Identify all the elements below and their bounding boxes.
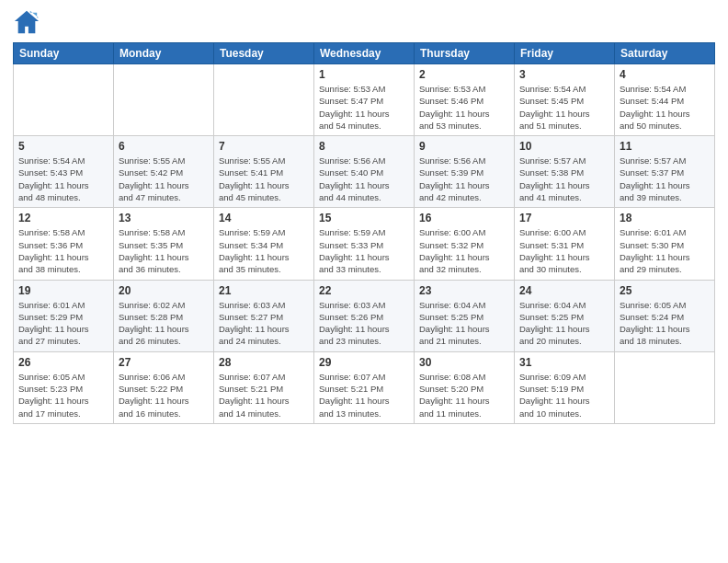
weekday-header-tuesday: Tuesday [214,43,314,64]
calendar-cell: 13Sunrise: 5:58 AM Sunset: 5:35 PM Dayli… [114,208,214,280]
weekday-header-sunday: Sunday [14,43,114,64]
calendar-cell: 23Sunrise: 6:04 AM Sunset: 5:25 PM Dayli… [415,280,515,351]
calendar-cell: 27Sunrise: 6:06 AM Sunset: 5:22 PM Dayli… [114,351,214,423]
calendar-cell: 16Sunrise: 6:00 AM Sunset: 5:32 PM Dayli… [415,208,515,280]
day-detail: Sunrise: 5:53 AM Sunset: 5:47 PM Dayligh… [319,83,409,132]
calendar-cell: 20Sunrise: 6:02 AM Sunset: 5:28 PM Dayli… [114,280,214,351]
day-number: 25 [620,284,710,297]
day-detail: Sunrise: 5:57 AM Sunset: 5:38 PM Dayligh… [519,155,609,203]
calendar-cell: 31Sunrise: 6:09 AM Sunset: 5:19 PM Dayli… [515,351,615,423]
header [13,9,715,35]
day-detail: Sunrise: 5:59 AM Sunset: 5:33 PM Dayligh… [319,226,409,275]
day-detail: Sunrise: 6:05 AM Sunset: 5:23 PM Dayligh… [18,371,108,419]
day-number: 11 [620,140,710,153]
calendar-cell: 18Sunrise: 6:01 AM Sunset: 5:30 PM Dayli… [615,208,715,280]
calendar-cell [214,64,314,136]
day-detail: Sunrise: 6:06 AM Sunset: 5:22 PM Dayligh… [119,371,209,419]
day-number: 6 [119,140,209,153]
day-number: 3 [519,68,609,81]
day-detail: Sunrise: 6:03 AM Sunset: 5:27 PM Dayligh… [219,299,309,348]
day-detail: Sunrise: 6:00 AM Sunset: 5:32 PM Dayligh… [419,226,509,275]
calendar-cell: 28Sunrise: 6:07 AM Sunset: 5:21 PM Dayli… [214,351,314,423]
day-number: 29 [319,356,409,369]
calendar-cell: 11Sunrise: 5:57 AM Sunset: 5:37 PM Dayli… [615,136,715,208]
calendar-week-4: 19Sunrise: 6:01 AM Sunset: 5:29 PM Dayli… [14,280,715,351]
day-detail: Sunrise: 6:07 AM Sunset: 5:21 PM Dayligh… [319,371,409,419]
day-detail: Sunrise: 5:59 AM Sunset: 5:34 PM Dayligh… [219,226,309,275]
day-detail: Sunrise: 6:04 AM Sunset: 5:25 PM Dayligh… [519,299,609,348]
day-number: 16 [419,212,509,224]
calendar-week-3: 12Sunrise: 5:58 AM Sunset: 5:36 PM Dayli… [14,208,715,280]
day-number: 21 [219,284,309,297]
logo-icon [13,9,40,35]
day-number: 17 [519,212,609,224]
weekday-header-saturday: Saturday [615,43,715,64]
calendar-cell: 29Sunrise: 6:07 AM Sunset: 5:21 PM Dayli… [314,351,415,423]
calendar-cell: 1Sunrise: 5:53 AM Sunset: 5:47 PM Daylig… [314,64,415,136]
weekday-header-wednesday: Wednesday [314,43,415,64]
calendar-cell: 6Sunrise: 5:55 AM Sunset: 5:42 PM Daylig… [114,136,214,208]
day-number: 18 [620,212,710,224]
day-detail: Sunrise: 6:08 AM Sunset: 5:20 PM Dayligh… [419,371,509,419]
calendar-week-5: 26Sunrise: 6:05 AM Sunset: 5:23 PM Dayli… [14,351,715,423]
calendar-cell: 26Sunrise: 6:05 AM Sunset: 5:23 PM Dayli… [14,351,114,423]
day-number: 5 [18,140,108,153]
calendar-cell: 9Sunrise: 5:56 AM Sunset: 5:39 PM Daylig… [415,136,515,208]
day-detail: Sunrise: 5:56 AM Sunset: 5:40 PM Dayligh… [319,155,409,203]
calendar-week-2: 5Sunrise: 5:54 AM Sunset: 5:43 PM Daylig… [14,136,715,208]
calendar-cell: 24Sunrise: 6:04 AM Sunset: 5:25 PM Dayli… [515,280,615,351]
calendar-cell: 22Sunrise: 6:03 AM Sunset: 5:26 PM Dayli… [314,280,415,351]
day-number: 24 [519,284,609,297]
day-number: 10 [519,140,609,153]
calendar-cell [14,64,114,136]
day-number: 30 [419,356,509,369]
day-number: 9 [419,140,509,153]
day-number: 12 [18,212,108,224]
calendar-cell: 4Sunrise: 5:54 AM Sunset: 5:44 PM Daylig… [615,64,715,136]
calendar-cell: 3Sunrise: 5:54 AM Sunset: 5:45 PM Daylig… [515,64,615,136]
day-detail: Sunrise: 5:55 AM Sunset: 5:42 PM Dayligh… [119,155,209,203]
calendar-cell: 30Sunrise: 6:08 AM Sunset: 5:20 PM Dayli… [415,351,515,423]
calendar-cell [615,351,715,423]
calendar-week-1: 1Sunrise: 5:53 AM Sunset: 5:47 PM Daylig… [14,64,715,136]
day-detail: Sunrise: 6:01 AM Sunset: 5:29 PM Dayligh… [18,299,108,348]
day-detail: Sunrise: 5:58 AM Sunset: 5:36 PM Dayligh… [18,226,108,275]
weekday-header-friday: Friday [515,43,615,64]
day-number: 4 [620,68,710,81]
day-detail: Sunrise: 5:54 AM Sunset: 5:45 PM Dayligh… [519,83,609,132]
day-number: 19 [18,284,108,297]
day-detail: Sunrise: 5:55 AM Sunset: 5:41 PM Dayligh… [219,155,309,203]
weekday-header-monday: Monday [114,43,214,64]
calendar-cell: 8Sunrise: 5:56 AM Sunset: 5:40 PM Daylig… [314,136,415,208]
day-number: 2 [419,68,509,81]
day-detail: Sunrise: 5:54 AM Sunset: 5:44 PM Dayligh… [620,83,710,132]
calendar-cell: 17Sunrise: 6:00 AM Sunset: 5:31 PM Dayli… [515,208,615,280]
day-detail: Sunrise: 5:54 AM Sunset: 5:43 PM Dayligh… [18,155,108,203]
day-number: 27 [119,356,209,369]
day-number: 22 [319,284,409,297]
calendar-cell: 10Sunrise: 5:57 AM Sunset: 5:38 PM Dayli… [515,136,615,208]
day-number: 13 [119,212,209,224]
day-number: 1 [319,68,409,81]
day-detail: Sunrise: 5:53 AM Sunset: 5:46 PM Dayligh… [419,83,509,132]
day-detail: Sunrise: 6:07 AM Sunset: 5:21 PM Dayligh… [219,371,309,419]
day-number: 8 [319,140,409,153]
day-detail: Sunrise: 6:05 AM Sunset: 5:24 PM Dayligh… [620,299,710,348]
day-number: 15 [319,212,409,224]
calendar-cell: 21Sunrise: 6:03 AM Sunset: 5:27 PM Dayli… [214,280,314,351]
day-detail: Sunrise: 6:03 AM Sunset: 5:26 PM Dayligh… [319,299,409,348]
weekday-header-thursday: Thursday [415,43,515,64]
calendar-table: SundayMondayTuesdayWednesdayThursdayFrid… [13,42,715,424]
day-detail: Sunrise: 5:56 AM Sunset: 5:39 PM Dayligh… [419,155,509,203]
calendar-cell: 5Sunrise: 5:54 AM Sunset: 5:43 PM Daylig… [14,136,114,208]
day-detail: Sunrise: 6:01 AM Sunset: 5:30 PM Dayligh… [620,226,710,275]
day-detail: Sunrise: 6:00 AM Sunset: 5:31 PM Dayligh… [519,226,609,275]
logo [13,9,44,35]
day-number: 20 [119,284,209,297]
day-detail: Sunrise: 5:57 AM Sunset: 5:37 PM Dayligh… [620,155,710,203]
day-number: 26 [18,356,108,369]
day-number: 23 [419,284,509,297]
day-detail: Sunrise: 5:58 AM Sunset: 5:35 PM Dayligh… [119,226,209,275]
day-detail: Sunrise: 6:02 AM Sunset: 5:28 PM Dayligh… [119,299,209,348]
calendar-cell [114,64,214,136]
